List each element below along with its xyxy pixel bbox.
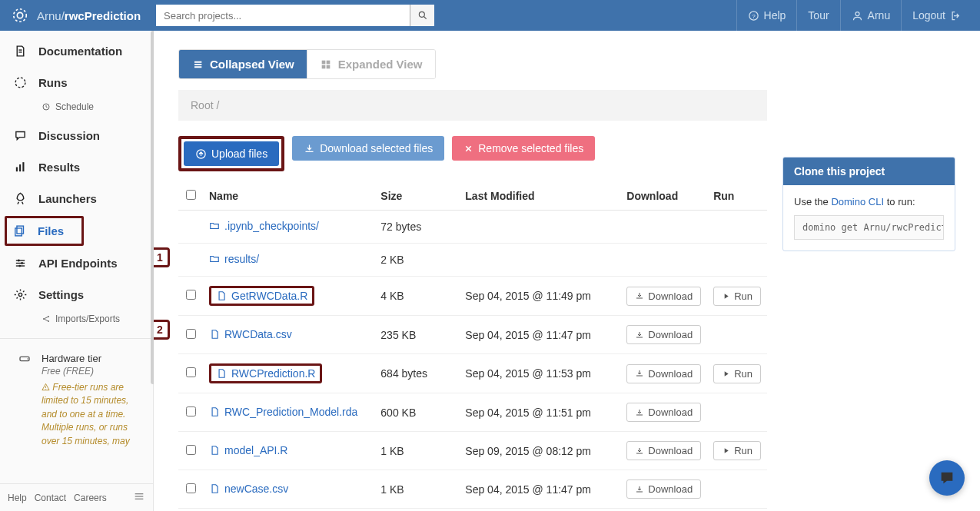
table-row: model_API.R1 KBSep 09, 2015 @ 08:12 pmDo…: [178, 432, 767, 470]
cell-size: 1 KB: [374, 432, 459, 470]
download-button[interactable]: Download: [626, 287, 701, 306]
cell-modified: Sep 04, 2015 @ 11:47 pm: [459, 316, 620, 354]
row-checkbox[interactable]: [186, 445, 196, 455]
clone-command[interactable]: domino get Arnu/rwcPredicti: [794, 215, 944, 240]
file-link[interactable]: RWCPrediction.R: [216, 367, 315, 380]
logo-icon[interactable]: [11, 6, 29, 25]
download-icon: [635, 408, 644, 417]
file-link[interactable]: newCase.csv: [209, 483, 288, 495]
sidebar-sub-imports[interactable]: Imports/Exports: [0, 310, 153, 332]
clone-card: Clone this project Use the Domino CLI to…: [782, 157, 955, 251]
footer-careers[interactable]: Careers: [74, 493, 107, 503]
download-icon: [635, 485, 644, 494]
cell-size: 94 bytes: [374, 509, 459, 512]
file-link[interactable]: RWC_Prediction_Model.rda: [209, 406, 357, 418]
table-row: RWC_Prediction_Model.rda600 KBSep 04, 20…: [178, 393, 767, 432]
breadcrumb[interactable]: Root /: [178, 90, 767, 121]
expanded-view-button[interactable]: Expanded View: [307, 50, 435, 78]
hardware-tier-title: Hardware tier: [42, 353, 139, 364]
sidebar-item-runs[interactable]: Runs: [0, 67, 153, 98]
file-icon: [209, 406, 220, 417]
download-button[interactable]: Download: [626, 403, 701, 422]
sidebar-item-api-endpoints[interactable]: API Endpoints: [0, 247, 153, 279]
file-callout: GetRWCData.R: [209, 286, 314, 306]
files-icon: [13, 224, 32, 237]
user-icon: [852, 10, 863, 22]
sidebar-footer: Help Contact Careers: [0, 483, 153, 511]
file-callout: RWCPrediction.R: [209, 363, 322, 383]
sidebar-divider: [0, 338, 153, 339]
play-icon: [722, 292, 730, 300]
collapsed-view-button[interactable]: Collapsed View: [179, 50, 307, 78]
col-modified: Last Modified: [459, 182, 620, 211]
sidebar-item-launchers[interactable]: Launchers: [0, 183, 153, 214]
col-download: Download: [620, 182, 707, 211]
hardware-tier-block: Hardware tier Free (FREE) Free-tier runs…: [0, 345, 153, 456]
sidebar-item-documentation[interactable]: Documentation: [0, 35, 153, 67]
table-row: GetRWCData.R4 KBSep 04, 2015 @ 11:49 pmD…: [178, 277, 767, 316]
cell-size: 600 KB: [374, 393, 459, 432]
folder-link[interactable]: results/: [209, 253, 259, 265]
project-owner[interactable]: Arnu/: [37, 9, 65, 22]
chat-icon: [14, 129, 32, 142]
download-icon: [635, 330, 644, 340]
hardware-tier-warning: Free-tier runs are limited to 15 minutes…: [42, 381, 139, 448]
cell-modified: Sep 04, 2015 @ 11:51 pm: [459, 393, 620, 432]
help-bubble[interactable]: [929, 460, 965, 496]
hamburger-icon[interactable]: [133, 490, 145, 505]
sidebar-sub-schedule[interactable]: Schedule: [0, 98, 153, 120]
download-button[interactable]: Download: [626, 364, 701, 383]
clock-icon: [42, 102, 51, 111]
folder-link[interactable]: .ipynb_checkpoints/: [209, 220, 319, 232]
remove-selected-button[interactable]: Remove selected files: [452, 136, 595, 161]
sidebar-item-discussion[interactable]: Discussion: [0, 120, 153, 151]
run-button[interactable]: Run: [713, 441, 761, 460]
upload-files-button[interactable]: Upload files: [184, 141, 279, 166]
cell-size: 2 KB: [374, 244, 459, 277]
sidebar-item-files[interactable]: Files: [5, 216, 84, 246]
footer-contact[interactable]: Contact: [35, 493, 66, 503]
row-checkbox[interactable]: [186, 483, 196, 493]
download-button[interactable]: Download: [626, 441, 701, 460]
nav-tour[interactable]: Tour: [796, 0, 839, 31]
download-button[interactable]: Download: [626, 325, 701, 344]
rocket-icon: [14, 192, 32, 205]
footer-help[interactable]: Help: [8, 493, 27, 503]
file-link[interactable]: model_API.R: [209, 444, 287, 456]
nav-logout[interactable]: Logout: [901, 0, 972, 31]
row-checkbox[interactable]: [186, 406, 196, 416]
table-row: rank.rda94 bytesSep 04, 2015 @ 11:51 pmD…: [178, 509, 767, 512]
row-checkbox[interactable]: [186, 290, 196, 300]
download-selected-button[interactable]: Download selected files: [292, 136, 444, 161]
download-button[interactable]: Download: [626, 479, 701, 499]
cell-modified: [459, 244, 620, 277]
cell-modified: Sep 04, 2015 @ 11:53 pm: [459, 354, 620, 393]
clone-card-title: Clone this project: [783, 158, 955, 185]
search-input[interactable]: [156, 5, 410, 26]
domino-cli-link[interactable]: Domino CLI: [831, 196, 884, 207]
row-checkbox[interactable]: [186, 329, 196, 339]
nav-help[interactable]: Help: [736, 0, 797, 31]
file-link[interactable]: GetRWCData.R: [216, 290, 307, 302]
col-run: Run: [707, 182, 767, 211]
project-name[interactable]: rwcPrediction: [65, 9, 141, 22]
search-button[interactable]: [410, 5, 434, 26]
grid-icon: [320, 58, 332, 71]
file-icon: [209, 483, 220, 494]
folder-icon: [209, 221, 220, 231]
file-link[interactable]: RWCData.csv: [209, 328, 292, 340]
nav-user[interactable]: Arnu: [840, 0, 902, 31]
row-checkbox[interactable]: [186, 367, 196, 377]
run-button[interactable]: Run: [713, 287, 761, 306]
sidebar-item-settings[interactable]: Settings: [0, 279, 153, 310]
file-table: Name Size Last Modified Download Run .ip…: [178, 182, 767, 511]
select-all-checkbox[interactable]: [186, 190, 196, 200]
upload-callout: Upload files: [178, 136, 284, 171]
sidebar: Documentation Runs Schedule Discussion R…: [0, 31, 154, 511]
sidebar-item-results[interactable]: Results: [0, 151, 153, 183]
cell-size: 72 bytes: [374, 211, 459, 244]
run-button[interactable]: Run: [713, 364, 761, 383]
table-row: RWCData.csv235 KBSep 04, 2015 @ 11:47 pm…: [178, 316, 767, 354]
download-icon: [635, 291, 644, 300]
download-icon: [635, 369, 644, 378]
